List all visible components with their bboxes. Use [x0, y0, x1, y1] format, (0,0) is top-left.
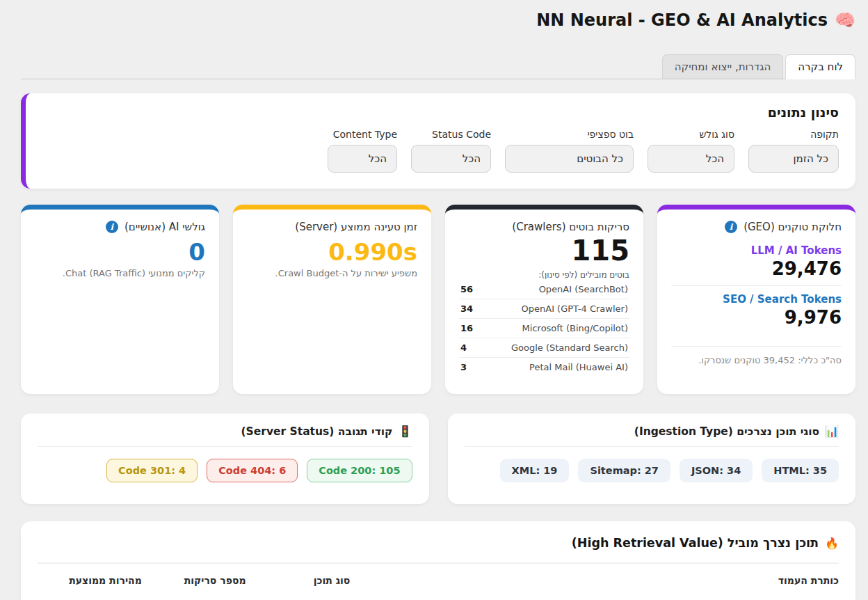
- top-content-title: תוכן נצרך מוביל (High Retrieval Value): [572, 536, 819, 550]
- server-status-card: 🚦 קודי תגובה (Server Status) Code 301: 4…: [21, 413, 429, 504]
- load-time-value: 0.990s: [247, 239, 417, 266]
- ai-visitors-card: גולשי AI (אנושיים) i 0 קליקים ממנועי Cha…: [21, 205, 219, 394]
- tokens-total-block: סה"כ כללי: 39,452 טוקנים שנסרקו.: [671, 346, 842, 365]
- ingestion-card-title: סוגי תוכן נצרכים (Ingestion Type): [634, 425, 819, 438]
- column-header-content-type: סוג תוכן: [246, 575, 351, 586]
- content-type-badge: HTML: 35: [762, 459, 839, 482]
- divider: [38, 562, 839, 564]
- period-label: תקופה: [748, 129, 839, 140]
- bot-count: 16: [460, 323, 473, 333]
- status-badge-404: Code 404: 6: [207, 459, 298, 482]
- llm-tokens-value: 29,476: [671, 258, 842, 279]
- filters-card: סינון נתונים תקופה כל הזמן סוג גולש הכל …: [21, 93, 855, 189]
- llm-tokens-label: LLM / AI Tokens: [671, 244, 842, 257]
- tokens-card-title: חלוקת טוקנים (GEO): [744, 221, 842, 233]
- column-header-avg-speed: מהירות ממוצעת: [38, 575, 142, 586]
- filter-period: תקופה כל הזמן: [748, 129, 839, 173]
- ingestion-badges: XML: 19 Sitemap: 27 JSON: 34 HTML: 35: [465, 459, 839, 482]
- bot-count: 56: [460, 284, 473, 294]
- seo-tokens-value: 9,976: [671, 307, 842, 328]
- crawlers-value: 115: [459, 235, 629, 267]
- bar-chart-icon: 📊: [825, 425, 839, 438]
- content-type-badge: XML: 19: [500, 459, 570, 482]
- bot-row: Google (Standard Search) 4: [459, 338, 629, 358]
- bot-name: Google (Standard Search): [511, 342, 628, 353]
- load-time-card: זמן טעינה ממוצע (Server) 0.990s משפיע יש…: [233, 205, 431, 394]
- tab-settings[interactable]: הגדרות, ייצוא ומחיקה: [662, 54, 783, 79]
- tokens-total-text: סה"כ כללי: 39,452 טוקנים שנסרקו.: [671, 355, 842, 365]
- seo-tokens-label: SEO / Search Tokens: [671, 293, 842, 306]
- filter-status-code: Status Code הכל: [411, 129, 491, 173]
- ai-visitors-card-title: גולשי AI (אנושיים): [124, 221, 205, 233]
- server-status-card-header: 🚦 קודי תגובה (Server Status): [38, 425, 412, 438]
- bot-name: OpenAI (SearchBot): [539, 284, 628, 294]
- traffic-light-icon: 🚦: [399, 425, 412, 438]
- info-icon[interactable]: i: [106, 221, 118, 233]
- top-content-card: 🔥 תוכן נצרך מוביל (High Retrieval Value)…: [21, 521, 855, 600]
- status-code-badges: Code 301: 4 Code 404: 6 Code 200: 105: [38, 459, 412, 482]
- bot-row: OpenAI (SearchBot) 56: [459, 280, 629, 299]
- divider: [465, 446, 839, 447]
- fire-icon: 🔥: [825, 537, 839, 550]
- info-icon[interactable]: i: [725, 221, 737, 233]
- bot-name: OpenAI (GPT-4 Crawler): [522, 303, 628, 314]
- load-time-subtitle: משפיע ישירות על ה-Crawl Budget.: [247, 268, 417, 278]
- top-bots-caption: בוטים מובילים (לפי סינון):: [459, 270, 629, 280]
- status-badge-200: Code 200: 105: [307, 459, 412, 482]
- stat-cards-row: חלוקת טוקנים (GEO) i LLM / AI Tokens 29,…: [21, 205, 855, 394]
- bot-row: Microsoft (Bing/Copilot) 16: [459, 319, 629, 338]
- llm-tokens-block: LLM / AI Tokens 29,476 SEO / Search Toke…: [671, 244, 842, 328]
- column-header-scan-count: מספר סריקות: [142, 575, 246, 586]
- ai-visitors-subtitle: קליקים ממנועי Chat (RAG Traffic).: [35, 268, 205, 278]
- status-code-select[interactable]: הכל: [411, 145, 491, 173]
- ai-visitors-card-header: גולשי AI (אנושיים) i: [35, 221, 205, 233]
- filters-row: תקופה כל הזמן סוג גולש הכל בוט ספציפי כל…: [42, 129, 839, 173]
- divider: [38, 446, 412, 447]
- page-container: NN Neural - GEO & AI Analytics 🧠 לוח בקר…: [21, 0, 855, 600]
- crawlers-card-title: סריקות בוטים (Crawlers): [512, 221, 629, 233]
- bot-name: Petal Mail (Huawei AI): [529, 362, 628, 372]
- filters-heading: סינון נתונים: [42, 104, 839, 120]
- content-type-label: Content Type: [328, 129, 397, 140]
- bot-row: OpenAI (GPT-4 Crawler) 34: [459, 299, 629, 319]
- content-type-badge: Sitemap: 27: [578, 459, 670, 482]
- top-content-header: 🔥 תוכן נצרך מוביל (High Retrieval Value): [38, 536, 839, 550]
- filter-content-type: Content Type הכל: [328, 129, 397, 173]
- content-type-badge: JSON: 34: [680, 459, 753, 482]
- tokens-card-header: חלוקת טוקנים (GEO) i: [671, 221, 842, 233]
- browser-type-select[interactable]: הכל: [648, 145, 734, 173]
- brain-icon: 🧠: [835, 10, 855, 30]
- load-time-card-title: זמן טעינה ממוצע (Server): [295, 221, 417, 233]
- status-badge-301: Code 301: 4: [106, 459, 198, 482]
- bot-count: 34: [460, 303, 473, 314]
- browser-type-label: סוג גולש: [648, 129, 734, 140]
- period-select[interactable]: כל הזמן: [748, 145, 839, 173]
- bot-count: 4: [460, 342, 467, 353]
- crawlers-card-header: סריקות בוטים (Crawlers): [459, 221, 629, 233]
- tab-bar: לוח בקרה הגדרות, ייצוא ומחיקה: [21, 54, 855, 79]
- divider: [671, 285, 842, 286]
- middle-cards-row: 📊 סוגי תוכן נצרכים (Ingestion Type) XML:…: [21, 413, 855, 504]
- table-header-row: כותרת העמוד סוג תוכן מספר סריקות מהירות …: [38, 575, 839, 586]
- tab-dashboard[interactable]: לוח בקרה: [785, 54, 855, 79]
- filter-browser-type: סוג גולש הכל: [648, 129, 734, 173]
- load-time-card-header: זמן טעינה ממוצע (Server): [247, 221, 417, 233]
- ingestion-card-header: 📊 סוגי תוכן נצרכים (Ingestion Type): [465, 425, 839, 438]
- page-title: NN Neural - GEO & AI Analytics: [536, 10, 828, 30]
- specific-bot-label: בוט ספציפי: [505, 129, 634, 140]
- content-type-select[interactable]: הכל: [328, 145, 397, 173]
- bot-count: 3: [460, 362, 467, 372]
- server-status-card-title: קודי תגובה (Server Status): [241, 425, 393, 438]
- bot-name: Microsoft (Bing/Copilot): [522, 323, 628, 333]
- app-header: NN Neural - GEO & AI Analytics 🧠: [21, 0, 855, 30]
- tokens-card: חלוקת טוקנים (GEO) i LLM / AI Tokens 29,…: [657, 205, 855, 394]
- divider: [671, 346, 842, 347]
- status-code-label: Status Code: [411, 129, 491, 140]
- bot-row: Petal Mail (Huawei AI) 3: [459, 358, 629, 377]
- filter-specific-bot: בוט ספציפי כל הבוטים: [505, 129, 634, 173]
- ingestion-card: 📊 סוגי תוכן נצרכים (Ingestion Type) XML:…: [448, 413, 856, 504]
- column-header-page-title: כותרת העמוד: [350, 575, 839, 586]
- specific-bot-select[interactable]: כל הבוטים: [505, 145, 634, 173]
- ai-visitors-value: 0: [35, 239, 205, 266]
- crawlers-card: סריקות בוטים (Crawlers) 115 בוטים מובילי…: [445, 205, 643, 394]
